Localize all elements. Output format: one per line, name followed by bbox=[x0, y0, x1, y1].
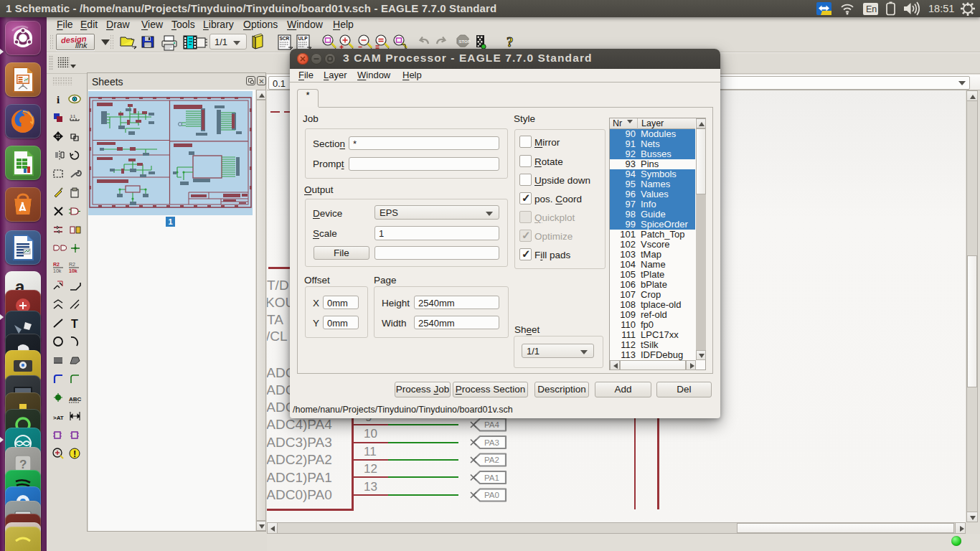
svg-text:!: ! bbox=[73, 448, 76, 459]
svg-text:1:1: 1:1 bbox=[70, 114, 75, 118]
svg-text:18:51: 18:51 bbox=[928, 3, 954, 14]
svg-text:PA3: PA3 bbox=[484, 438, 499, 447]
svg-text:PA1: PA1 bbox=[484, 474, 499, 482]
svg-text:T: T bbox=[71, 318, 78, 330]
svg-text:SCR: SCR bbox=[280, 36, 290, 41]
svg-text:ULP: ULP bbox=[298, 36, 308, 41]
svg-text:R2: R2 bbox=[69, 262, 75, 267]
svg-text:STOP: STOP bbox=[459, 39, 471, 44]
svg-text:En: En bbox=[866, 4, 877, 14]
svg-text:10k: 10k bbox=[69, 268, 77, 273]
svg-text:>AT: >AT bbox=[53, 415, 64, 421]
svg-text:PA0: PA0 bbox=[484, 491, 499, 499]
svg-text:PA4: PA4 bbox=[484, 420, 499, 429]
svg-text:?: ? bbox=[507, 34, 514, 50]
svg-text:R2: R2 bbox=[53, 262, 60, 267]
svg-text:PA2: PA2 bbox=[484, 456, 499, 464]
svg-text:ABC: ABC bbox=[69, 396, 82, 402]
svg-text:i: i bbox=[57, 94, 60, 105]
svg-text:10k: 10k bbox=[53, 268, 62, 273]
